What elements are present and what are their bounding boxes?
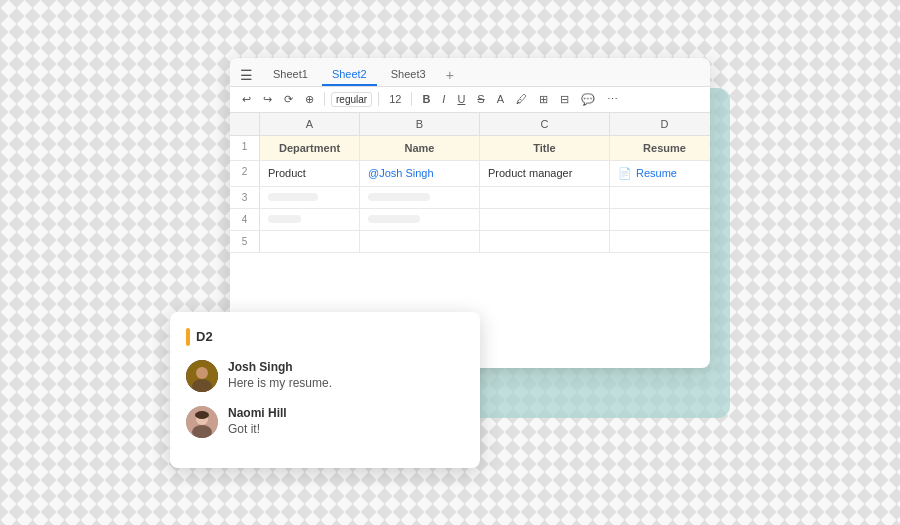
cell-d4[interactable] xyxy=(610,209,710,230)
fill-color-button[interactable]: 🖊 xyxy=(512,91,531,107)
cell-b3[interactable] xyxy=(360,187,480,208)
placeholder xyxy=(368,215,420,223)
cell-a3[interactable] xyxy=(260,187,360,208)
comment-content-naomi: Naomi Hill Got it! xyxy=(228,406,464,436)
zoom-button[interactable]: ⊕ xyxy=(301,91,318,108)
row-num-2: 2 xyxy=(230,161,260,186)
cell-b2[interactable]: @Josh Singh xyxy=(360,161,480,186)
font-color-button[interactable]: A xyxy=(493,91,508,107)
undo-button[interactable]: ↩ xyxy=(238,91,255,108)
comment-text-naomi: Got it! xyxy=(228,422,464,436)
cell-c3[interactable] xyxy=(480,187,610,208)
cell-d5[interactable] xyxy=(610,231,710,252)
toolbar-divider-1 xyxy=(324,92,325,106)
col-header-c[interactable]: C xyxy=(480,113,610,135)
avatar-josh-image xyxy=(186,360,218,392)
cell-ref-indicator xyxy=(186,328,190,346)
font-size-input[interactable]: 12 xyxy=(385,91,405,107)
cell-c2[interactable]: Product manager xyxy=(480,161,610,186)
cell-d1[interactable]: Resume xyxy=(610,136,710,160)
col-header-b[interactable]: B xyxy=(360,113,480,135)
toolbar-divider-2 xyxy=(378,92,379,106)
cell-a4[interactable] xyxy=(260,209,360,230)
comment-button[interactable]: 💬 xyxy=(577,91,599,108)
comment-author-josh: Josh Singh xyxy=(228,360,464,374)
row-num-3: 3 xyxy=(230,187,260,208)
merge-button[interactable]: ⊟ xyxy=(556,91,573,108)
cell-a2[interactable]: Product xyxy=(260,161,360,186)
borders-button[interactable]: ⊞ xyxy=(535,91,552,108)
scene: ☰ Sheet1 Sheet2 Sheet3 + ↩ ↪ ⟳ ⊕ regular… xyxy=(170,58,730,468)
underline-button[interactable]: U xyxy=(453,91,469,107)
cell-a1[interactable]: Department xyxy=(260,136,360,160)
hamburger-icon[interactable]: ☰ xyxy=(240,67,253,83)
resume-link-text: Resume xyxy=(636,167,677,179)
comment-item-naomi: Naomi Hill Got it! xyxy=(186,406,464,438)
tab-sheet3[interactable]: Sheet3 xyxy=(381,64,436,86)
table-row: 2 Product @Josh Singh Product manager 📄 … xyxy=(230,161,710,187)
cell-b4[interactable] xyxy=(360,209,480,230)
cell-b1[interactable]: Name xyxy=(360,136,480,160)
cell-c1[interactable]: Title xyxy=(480,136,610,160)
comment-cell-reference: D2 xyxy=(186,328,464,346)
italic-button[interactable]: I xyxy=(438,91,449,107)
cell-c4[interactable] xyxy=(480,209,610,230)
toolbar: ↩ ↪ ⟳ ⊕ regular 12 B I U S A 🖊 ⊞ ⊟ 💬 ⋯ xyxy=(230,87,710,113)
cell-d3[interactable] xyxy=(610,187,710,208)
col-header-d[interactable]: D xyxy=(610,113,710,135)
cell-d2[interactable]: 📄 Resume xyxy=(610,161,710,186)
col-header-a[interactable]: A xyxy=(260,113,360,135)
svg-point-1 xyxy=(196,367,208,379)
column-headers-row: A B C D xyxy=(230,113,710,136)
comment-item-josh: Josh Singh Here is my resume. xyxy=(186,360,464,392)
row-num-5: 5 xyxy=(230,231,260,252)
comment-author-naomi: Naomi Hill xyxy=(228,406,464,420)
table-row: 5 xyxy=(230,231,710,253)
cell-c5[interactable] xyxy=(480,231,610,252)
table-row: 1 Department Name Title Resume xyxy=(230,136,710,161)
bold-button[interactable]: B xyxy=(418,91,434,107)
paint-format-button[interactable]: ⟳ xyxy=(280,91,297,108)
strikethrough-button[interactable]: S xyxy=(473,91,488,107)
font-select[interactable]: regular xyxy=(331,92,372,107)
cell-b5[interactable] xyxy=(360,231,480,252)
svg-point-6 xyxy=(195,411,209,419)
toolbar-divider-3 xyxy=(411,92,412,106)
tab-sheet2[interactable]: Sheet2 xyxy=(322,64,377,86)
comment-text-josh: Here is my resume. xyxy=(228,376,464,390)
cell-ref-label: D2 xyxy=(196,329,213,344)
avatar-josh xyxy=(186,360,218,392)
tab-sheet1[interactable]: Sheet1 xyxy=(263,64,318,86)
table-row: 3 xyxy=(230,187,710,209)
spreadsheet-grid: A B C D 1 Department Name Title Resume 2… xyxy=(230,113,710,253)
file-icon: 📄 xyxy=(618,167,632,180)
add-sheet-button[interactable]: + xyxy=(440,65,460,85)
sheet-tabs: ☰ Sheet1 Sheet2 Sheet3 + xyxy=(230,58,710,87)
table-row: 4 xyxy=(230,209,710,231)
placeholder xyxy=(268,215,301,223)
avatar-naomi-image xyxy=(186,406,218,438)
placeholder xyxy=(368,193,430,201)
row-num-4: 4 xyxy=(230,209,260,230)
more-button[interactable]: ⋯ xyxy=(603,91,622,108)
comment-card: D2 Josh Singh Here is my resume. xyxy=(170,312,480,468)
redo-button[interactable]: ↪ xyxy=(259,91,276,108)
row-num-1: 1 xyxy=(230,136,260,160)
cell-a5[interactable] xyxy=(260,231,360,252)
corner-cell xyxy=(230,113,260,135)
avatar-naomi xyxy=(186,406,218,438)
placeholder xyxy=(268,193,318,201)
comment-content-josh: Josh Singh Here is my resume. xyxy=(228,360,464,390)
